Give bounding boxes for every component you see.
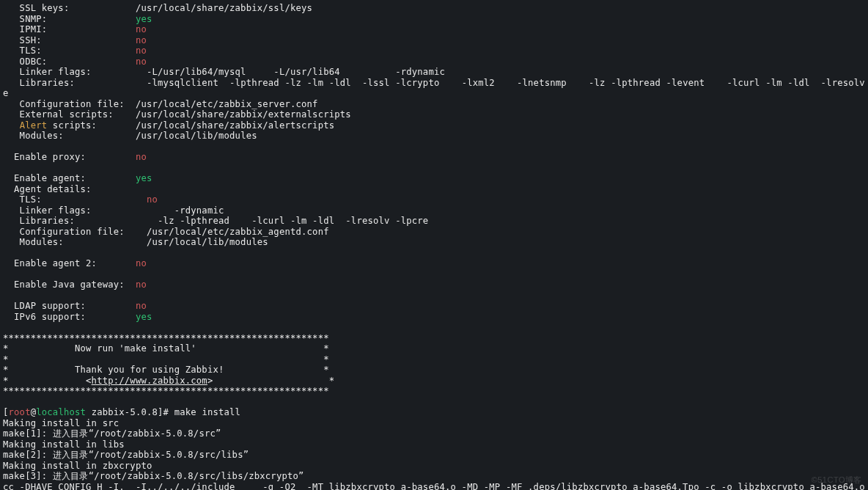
config-line: SSH: no bbox=[3, 35, 147, 45]
config-line: Linker flags: -L/usr/lib64/mysql -L/usr/… bbox=[3, 67, 445, 77]
config-line: Configuration file: /usr/local/etc/zabbi… bbox=[3, 227, 329, 237]
config-line: ODBC: no bbox=[3, 56, 147, 67]
make-output: Making install in libs bbox=[3, 439, 125, 450]
config-line: Modules: /usr/local/lib/modules bbox=[3, 131, 257, 141]
config-line: Libraries: -lmysqlclient -lpthread -lz -… bbox=[3, 78, 868, 88]
config-line: IPMI: no bbox=[3, 24, 147, 34]
config-line: SNMP: yes bbox=[3, 14, 152, 24]
banner-line: * * bbox=[3, 354, 329, 365]
banner-line: * Now run 'make install' * bbox=[3, 343, 329, 354]
config-line: Modules: /usr/local/lib/modules bbox=[3, 237, 268, 247]
shell-prompt[interactable]: [root@localhost zabbix-5.0.8]# make inst… bbox=[3, 407, 240, 417]
config-line: Linker flags: -rdynamic bbox=[3, 205, 224, 216]
config-line: Configuration file: /usr/local/etc/zabbi… bbox=[3, 99, 318, 109]
make-output: Making install in src bbox=[3, 418, 119, 428]
banner-line: ****************************************… bbox=[3, 333, 329, 343]
make-output: make[3]: 进入目录“/root/zabbix-5.0.8/src/lib… bbox=[3, 471, 304, 481]
terminal-output: SSL keys: /usr/local/share/zabbix/ssl/ke… bbox=[0, 0, 868, 490]
config-line: LDAP support: no bbox=[3, 301, 147, 311]
make-output: Making install in zbxcrypto bbox=[3, 461, 152, 471]
config-line: IPv6 support: yes bbox=[3, 312, 152, 322]
banner-line: * <http://www.zabbix.com> * bbox=[3, 376, 334, 386]
banner-line: ****************************************… bbox=[3, 386, 329, 396]
config-line: Alert scripts: /usr/local/share/zabbix/a… bbox=[3, 120, 334, 131]
config-line: Agent details: bbox=[3, 184, 92, 194]
config-line: Libraries: -lz -lpthread -lcurl -lm -ldl… bbox=[3, 216, 428, 226]
config-line: Enable proxy: no bbox=[3, 152, 147, 162]
config-line: Enable agent: yes bbox=[3, 173, 152, 183]
make-output: make[1]: 进入目录“/root/zabbix-5.0.8/src” bbox=[3, 428, 221, 439]
banner-line: * Thank you for using Zabbix! * bbox=[3, 365, 329, 375]
zabbix-url: http://www.zabbix.com bbox=[92, 376, 207, 386]
config-line: TLS: no bbox=[3, 194, 158, 205]
config-line: TLS: no bbox=[3, 45, 147, 56]
config-line: Enable Java gateway: no bbox=[3, 279, 147, 290]
config-line-cont: e bbox=[3, 88, 9, 98]
config-line: Enable agent 2: no bbox=[3, 258, 147, 268]
make-output: make[2]: 进入目录“/root/zabbix-5.0.8/src/lib… bbox=[3, 450, 249, 460]
config-line: SSL keys: /usr/local/share/zabbix/ssl/ke… bbox=[3, 3, 312, 13]
config-line: External scripts: /usr/local/share/zabbi… bbox=[3, 109, 351, 120]
watermark: ©51CTO博客 bbox=[812, 475, 862, 486]
make-output: cc -DHAVE_CONFIG_H -I. -I../../../includ… bbox=[3, 482, 868, 491]
